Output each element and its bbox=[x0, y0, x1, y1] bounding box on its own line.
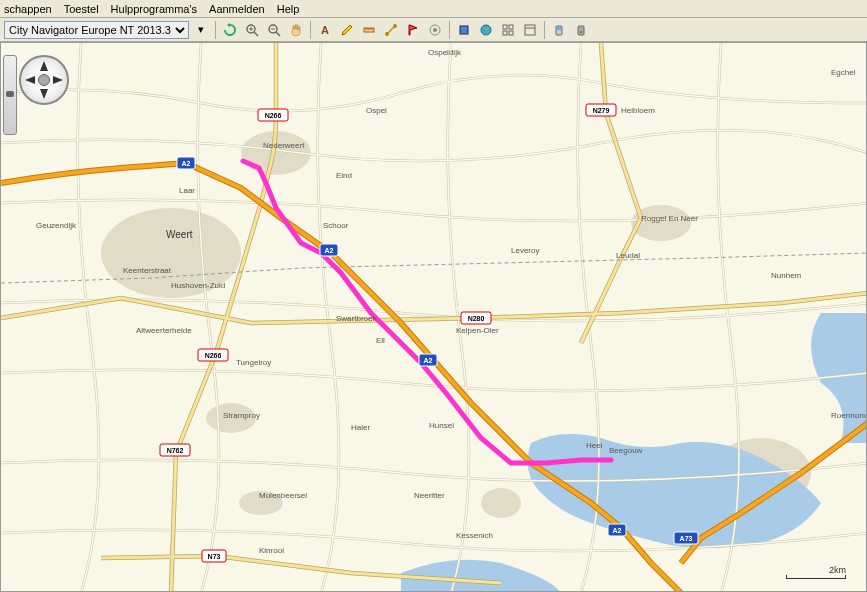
svg-text:N279: N279 bbox=[593, 107, 610, 114]
svg-text:N280: N280 bbox=[468, 315, 485, 322]
globe-icon[interactable] bbox=[476, 20, 496, 40]
map-source-select[interactable]: City Navigator Europe NT 2013.3 bbox=[4, 21, 189, 39]
text-tool-icon[interactable]: A bbox=[315, 20, 335, 40]
place-label: Ell bbox=[376, 336, 385, 345]
svg-rect-17 bbox=[460, 26, 468, 34]
place-label: Nederweert bbox=[263, 141, 305, 150]
svg-text:N762: N762 bbox=[167, 447, 184, 454]
svg-rect-23 bbox=[525, 25, 535, 35]
svg-text:A73: A73 bbox=[680, 535, 693, 542]
menu-item[interactable]: Help bbox=[277, 3, 300, 15]
waypoint-icon[interactable] bbox=[403, 20, 423, 40]
svg-text:A2: A2 bbox=[424, 357, 433, 364]
grid-icon[interactable] bbox=[498, 20, 518, 40]
map-svg: A2N266N279A2N280A2N266N762N73A2A73 Ospel… bbox=[1, 43, 867, 592]
menu-item[interactable]: Toestel bbox=[64, 3, 99, 15]
road-shield: N266 bbox=[258, 109, 288, 121]
zoom-out-icon[interactable] bbox=[264, 20, 284, 40]
menubar: schappen Toestel Hulpprogramma's Aanmeld… bbox=[0, 0, 867, 18]
place-label: Altweerterheide bbox=[136, 326, 192, 335]
road-shield: N280 bbox=[461, 312, 491, 324]
separator bbox=[215, 21, 216, 39]
road-shield: N266 bbox=[198, 349, 228, 361]
place-label: Hunsel bbox=[429, 421, 454, 430]
place-label: Stramproy bbox=[223, 411, 260, 420]
road-shield: A73 bbox=[674, 532, 698, 544]
road-shield: A2 bbox=[320, 244, 338, 256]
toolbar: City Navigator Europe NT 2013.3 ▾ A bbox=[0, 18, 867, 42]
place-label: Heel bbox=[586, 441, 603, 450]
svg-rect-27 bbox=[578, 26, 584, 35]
svg-text:N73: N73 bbox=[208, 553, 221, 560]
place-label: Keenterstraat bbox=[123, 266, 172, 275]
svg-point-16 bbox=[433, 28, 437, 32]
place-label: Ospel bbox=[366, 106, 387, 115]
place-label: Haler bbox=[351, 423, 370, 432]
svg-rect-26 bbox=[557, 27, 561, 30]
place-label: Roggel En Neer bbox=[641, 214, 698, 223]
svg-rect-19 bbox=[503, 25, 507, 29]
ruler-icon[interactable] bbox=[359, 20, 379, 40]
hand-icon[interactable] bbox=[286, 20, 306, 40]
place-label: Swartbroek bbox=[336, 314, 377, 323]
svg-text:N266: N266 bbox=[205, 352, 222, 359]
place-label: Kessenich bbox=[456, 531, 493, 540]
settings-icon[interactable] bbox=[571, 20, 591, 40]
svg-point-28 bbox=[580, 31, 582, 33]
place-label: Leudal bbox=[616, 251, 640, 260]
separator bbox=[544, 21, 545, 39]
pencil-icon[interactable] bbox=[337, 20, 357, 40]
map-view[interactable]: A2N266N279A2N280A2N266N762N73A2A73 Ospel… bbox=[0, 42, 867, 592]
svg-point-35 bbox=[481, 488, 521, 518]
place-label: Hushoven-Zuid bbox=[171, 281, 225, 290]
place-label: Roermond bbox=[831, 411, 867, 420]
place-label: Ospeldijk bbox=[428, 48, 462, 57]
svg-text:A2: A2 bbox=[325, 247, 334, 254]
dropdown-icon[interactable]: ▾ bbox=[191, 20, 211, 40]
place-label: Kinrooi bbox=[259, 546, 284, 555]
zoom-slider[interactable] bbox=[3, 55, 17, 135]
svg-rect-20 bbox=[509, 25, 513, 29]
menu-item[interactable]: Aanmelden bbox=[209, 3, 265, 15]
svg-point-18 bbox=[481, 25, 491, 35]
place-label: Egchel bbox=[831, 68, 856, 77]
svg-line-14 bbox=[388, 27, 394, 33]
svg-text:A2: A2 bbox=[182, 160, 191, 167]
zoom-in-icon[interactable] bbox=[242, 20, 262, 40]
road-shield: N279 bbox=[586, 104, 616, 116]
menu-item[interactable]: schappen bbox=[4, 3, 52, 15]
place-label: Heibloem bbox=[621, 106, 655, 115]
place-label: Tungelroy bbox=[236, 358, 271, 367]
separator bbox=[310, 21, 311, 39]
place-label: Leveroy bbox=[511, 246, 539, 255]
place-label: Neeritter bbox=[414, 491, 445, 500]
place-label: Weert bbox=[166, 229, 193, 240]
svg-point-39 bbox=[641, 485, 701, 521]
refresh-icon[interactable] bbox=[220, 20, 240, 40]
place-label: Eind bbox=[336, 171, 352, 180]
road-shield: N73 bbox=[202, 550, 226, 562]
planned-route bbox=[243, 161, 611, 463]
scale-bar: 2km bbox=[786, 565, 846, 579]
road-shield: N762 bbox=[160, 444, 190, 456]
svg-line-5 bbox=[276, 32, 280, 36]
svg-rect-21 bbox=[503, 31, 507, 35]
place-label: Molenbeersel bbox=[259, 491, 307, 500]
svg-text:A2: A2 bbox=[613, 527, 622, 534]
menu-item[interactable]: Hulpprogramma's bbox=[111, 3, 197, 15]
place-label: Schoor bbox=[323, 221, 349, 230]
place-label: Beegouw bbox=[609, 446, 643, 455]
road-shield: A2 bbox=[608, 524, 626, 536]
locate-icon[interactable] bbox=[454, 20, 474, 40]
place-label: Kelpen-Oler bbox=[456, 326, 499, 335]
road-shield: A2 bbox=[419, 354, 437, 366]
gps-icon[interactable] bbox=[549, 20, 569, 40]
separator bbox=[449, 21, 450, 39]
flag-icon[interactable] bbox=[425, 20, 445, 40]
svg-text:N266: N266 bbox=[265, 112, 282, 119]
compass-pan-control[interactable] bbox=[19, 55, 69, 105]
window-icon[interactable] bbox=[520, 20, 540, 40]
road-shield: A2 bbox=[177, 157, 195, 169]
route-tool-icon[interactable] bbox=[381, 20, 401, 40]
place-label: Geuzendijk bbox=[36, 221, 77, 230]
